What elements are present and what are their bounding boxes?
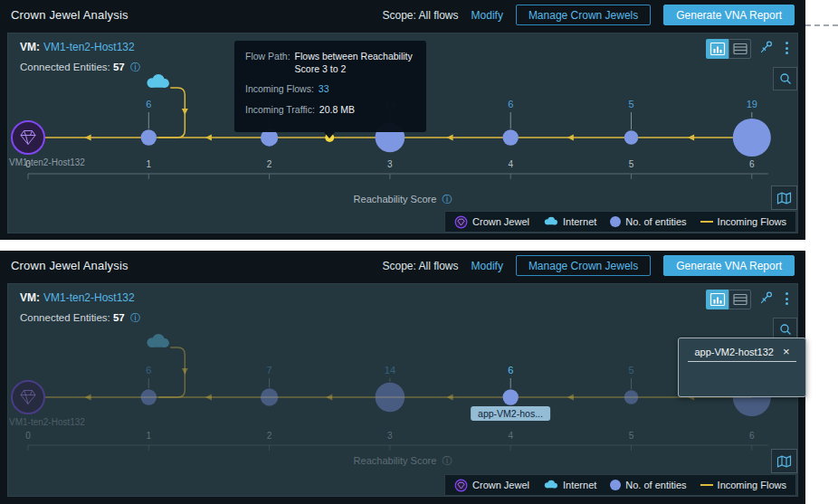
x-tick-label: 2	[267, 431, 272, 441]
generate-vna-report-button[interactable]: Generate VNA Report	[663, 255, 795, 276]
connected-entities: Connected Entities: 57 ⓘ	[20, 61, 140, 74]
crown-jewel-node[interactable]	[12, 381, 44, 414]
x-tick-label: 6	[749, 159, 755, 169]
highlighted-node-label[interactable]: app-VM2-hos...	[471, 406, 550, 421]
search-button[interactable]	[773, 67, 797, 90]
entity-node[interactable]	[141, 129, 157, 145]
search-popup-input[interactable]: app-VM2-host132	[694, 347, 773, 357]
modify-scope-link[interactable]: Modify	[471, 9, 503, 22]
axis-title: Reachability Score ⓘ	[8, 193, 797, 206]
bar-chart-view-button[interactable]	[706, 290, 728, 309]
entity-node[interactable]	[624, 130, 639, 145]
manage-crown-jewels-button[interactable]: Manage Crown Jewels	[516, 255, 651, 276]
vm-name-link[interactable]: VM1-ten2-Host132	[43, 291, 135, 304]
map-button[interactable]	[771, 449, 797, 473]
bar-chart-icon	[709, 42, 726, 56]
axis-title-text: Reachability Score	[354, 455, 437, 466]
entity-node[interactable]	[503, 129, 519, 145]
kebab-menu-button[interactable]	[784, 40, 790, 56]
page-title: Crown Jewel Analysis	[11, 259, 129, 272]
entity-count-label: 7	[267, 365, 272, 376]
entity-count-label: 5	[628, 99, 633, 109]
crown-jewel-node[interactable]	[12, 121, 44, 154]
entity-node[interactable]	[261, 388, 278, 405]
search-popup-input-row: app-VM2-host132 ×	[688, 346, 796, 362]
axis-info-icon[interactable]: ⓘ	[442, 455, 452, 466]
legend-internet: Internet	[543, 216, 596, 227]
legend-crown-jewel: Crown Jewel	[454, 215, 529, 229]
internet-flow-connector	[158, 88, 185, 138]
x-tick-label: 3	[387, 159, 393, 169]
pin-icon	[759, 290, 774, 305]
table-view-button[interactable]	[728, 290, 751, 309]
flow-direction-arrow	[567, 395, 574, 401]
pin-button[interactable]	[759, 290, 774, 309]
table-view-button[interactable]	[728, 39, 751, 59]
pin-button[interactable]	[759, 40, 774, 58]
connected-entities-label: Connected Entities:	[20, 312, 110, 323]
source-node-label: VM1-ten2-Host132	[9, 417, 85, 427]
flow-direction-arrow	[205, 135, 212, 141]
analysis-card: 012345667146519VM1-ten2-Host132 VM:VM1-t…	[7, 33, 798, 233]
panel-header: Crown Jewel Analysis Scope: All flows Mo…	[0, 0, 805, 30]
vm-label: VM:	[20, 291, 40, 304]
internet-cloud-icon	[147, 74, 168, 88]
entity-node[interactable]	[503, 389, 519, 404]
legend-entities: No. of entities	[610, 480, 686, 490]
cloud-icon	[543, 216, 558, 227]
generate-vna-report-button[interactable]: Generate VNA Report	[663, 5, 795, 25]
info-icon[interactable]: ⓘ	[130, 62, 140, 72]
crown-jewel-icon	[454, 479, 468, 492]
tooltip-incoming-flows-value[interactable]: 33	[319, 82, 415, 95]
panel-header: Crown Jewel Analysis Scope: All flows Mo…	[0, 251, 805, 281]
modify-scope-link[interactable]: Modify	[471, 260, 503, 272]
connected-entities-value: 57	[113, 312, 125, 323]
axis-info-icon[interactable]: ⓘ	[442, 194, 452, 204]
flow-direction-arrow	[567, 135, 574, 141]
flow-direction-arrow	[85, 395, 91, 401]
entity-count-label: 6	[146, 99, 151, 109]
manage-crown-jewels-button[interactable]: Manage Crown Jewels	[516, 5, 651, 25]
internet-flow-connector	[158, 347, 185, 397]
entities-icon	[610, 216, 621, 227]
vm-name-link[interactable]: VM1-ten2-Host132	[43, 41, 135, 53]
clear-search-icon[interactable]: ×	[783, 346, 790, 357]
pin-icon	[759, 40, 774, 54]
crown-jewel-analysis-panel-2: Crown Jewel Analysis Scope: All flows Mo…	[0, 251, 805, 504]
vm-row: VM:VM1-ten2-Host132	[20, 41, 135, 53]
entity-count-label: 6	[508, 99, 513, 109]
kebab-menu-button[interactable]	[784, 290, 790, 307]
x-tick-label: 1	[147, 159, 152, 169]
flow-direction-arrow	[688, 135, 694, 141]
tooltip-flow-path-label: Flow Path:	[245, 50, 290, 75]
flow-direction-arrow	[326, 395, 332, 401]
flow-direction-arrow	[447, 395, 453, 401]
x-tick-label: 3	[387, 431, 393, 441]
entity-node[interactable]	[624, 390, 639, 404]
tooltip-incoming-traffic-value: 20.8 MB	[319, 103, 415, 116]
view-toggle	[706, 290, 751, 309]
entities-icon	[610, 480, 621, 490]
tooltip-incoming-traffic-label: Incoming Traffic:	[245, 103, 315, 116]
bar-chart-view-button[interactable]	[706, 39, 728, 59]
vm-row: VM:VM1-ten2-Host132	[20, 291, 135, 304]
entity-count-label: 6	[146, 365, 151, 376]
map-button[interactable]	[771, 185, 797, 210]
entity-node[interactable]	[141, 389, 157, 404]
crown-jewel-analysis-panel: Crown Jewel Analysis Scope: All flows Mo…	[0, 0, 805, 240]
axis-title: Reachability Score ⓘ	[8, 454, 797, 468]
incoming-flows-icon	[700, 221, 713, 223]
entity-node[interactable]	[376, 383, 405, 413]
search-popup: app-VM2-host132 ×	[678, 338, 806, 397]
info-icon[interactable]: ⓘ	[130, 312, 140, 323]
x-tick-label: 4	[508, 159, 513, 169]
entity-count-label: 14	[385, 365, 395, 376]
map-icon	[776, 455, 792, 468]
tooltip-incoming-flows-label: Incoming Flows:	[245, 82, 314, 95]
entity-node[interactable]	[733, 119, 771, 157]
legend-crown-jewel: Crown Jewel	[454, 479, 529, 492]
annotation-dashed-line	[805, 24, 838, 26]
bar-chart-icon	[709, 292, 726, 307]
connected-entities: Connected Entities: 57 ⓘ	[20, 311, 140, 325]
x-tick-label: 1	[147, 431, 152, 441]
